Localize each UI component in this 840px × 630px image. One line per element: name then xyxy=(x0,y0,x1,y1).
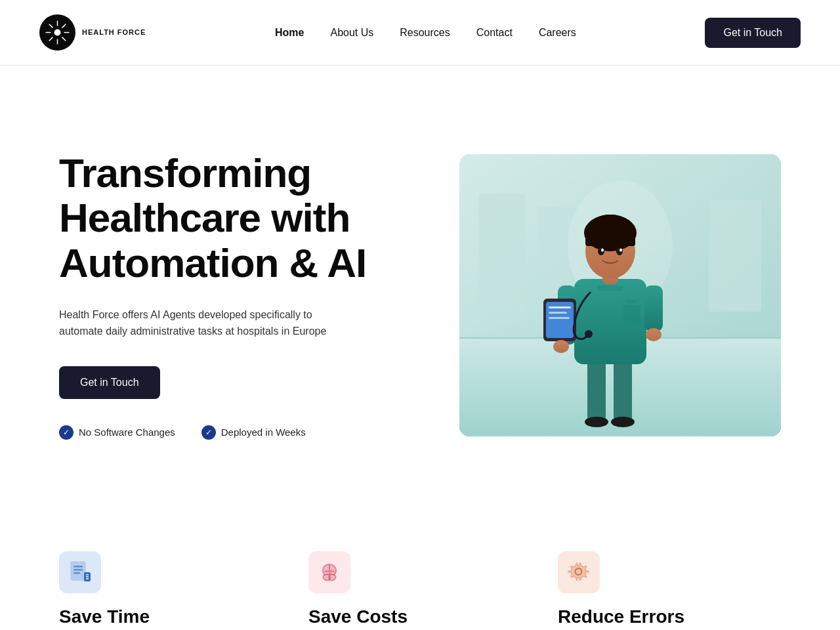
svg-rect-52 xyxy=(86,578,89,579)
svg-rect-51 xyxy=(86,576,89,578)
svg-point-38 xyxy=(598,247,604,255)
svg-rect-27 xyxy=(549,306,571,308)
hero-get-in-touch-button[interactable]: Get in Touch xyxy=(59,366,160,399)
svg-rect-28 xyxy=(549,312,567,314)
feature-card-reduce-errors: Reduce Errors Digitising processes reduc… xyxy=(558,551,781,630)
svg-rect-29 xyxy=(549,317,570,319)
check-icon-1: ✓ xyxy=(59,425,74,440)
nav-item-resources[interactable]: Resources xyxy=(400,27,450,38)
svg-rect-48 xyxy=(74,572,80,574)
svg-point-9 xyxy=(54,30,61,36)
svg-point-42 xyxy=(585,330,593,338)
brand-logo-icon xyxy=(39,14,75,51)
badge-label-1: No Software Changes xyxy=(79,427,175,438)
svg-rect-50 xyxy=(86,574,89,576)
hero-illustration xyxy=(459,154,781,436)
save-costs-icon-wrap xyxy=(308,551,350,593)
save-time-icon-wrap xyxy=(59,551,101,593)
reduce-errors-icon-wrap xyxy=(558,551,600,593)
svg-rect-16 xyxy=(709,200,761,312)
feature-card-save-costs: Save Costs Automation reduces operationa… xyxy=(308,551,532,630)
hero-subtitle: Health Force offers AI Agents developed … xyxy=(59,306,348,340)
navbar: Health Force Home About Us Resources Con… xyxy=(0,0,840,66)
nav-item-contact[interactable]: Contact xyxy=(476,27,513,38)
svg-rect-47 xyxy=(74,569,83,571)
svg-rect-46 xyxy=(74,566,83,568)
brain-icon xyxy=(318,560,341,584)
svg-rect-18 xyxy=(587,358,606,423)
feature-title-save-time: Save Time xyxy=(59,606,282,627)
svg-point-40 xyxy=(601,249,604,252)
svg-point-37 xyxy=(591,215,630,236)
svg-rect-23 xyxy=(597,285,623,291)
gear-icon xyxy=(567,560,591,584)
svg-point-39 xyxy=(616,247,623,255)
nav-item-careers[interactable]: Careers xyxy=(539,27,576,38)
hero-image xyxy=(459,154,781,436)
hero-title: Transforming Healthcare with Automation … xyxy=(59,151,400,285)
svg-point-31 xyxy=(646,328,662,341)
svg-rect-19 xyxy=(614,358,632,423)
svg-point-41 xyxy=(620,249,622,252)
badge-no-software-changes: ✓ No Software Changes xyxy=(59,425,175,440)
nav-item-home[interactable]: Home xyxy=(275,27,304,38)
svg-rect-30 xyxy=(644,285,663,331)
hero-image-placeholder xyxy=(459,154,781,436)
features-section: Save Time AI Agents free up hospital sta… xyxy=(0,512,840,630)
hero-content: Transforming Healthcare with Automation … xyxy=(59,151,400,440)
document-icon xyxy=(68,560,92,584)
svg-rect-45 xyxy=(71,562,85,580)
badge-label-2: Deployed in Weeks xyxy=(221,427,306,438)
svg-point-32 xyxy=(553,340,569,353)
svg-rect-14 xyxy=(479,194,525,312)
check-icon-2: ✓ xyxy=(201,425,216,440)
feature-card-save-time: Save Time AI Agents free up hospital sta… xyxy=(59,551,282,630)
nav-item-about[interactable]: About Us xyxy=(330,27,373,38)
feature-title-save-costs: Save Costs xyxy=(308,606,532,627)
svg-point-20 xyxy=(585,417,608,427)
feature-title-reduce-errors: Reduce Errors xyxy=(558,606,781,627)
svg-rect-43 xyxy=(623,305,640,325)
nav-get-in-touch-button[interactable]: Get in Touch xyxy=(705,18,801,48)
logo[interactable]: Health Force xyxy=(39,14,146,51)
badge-deployed-weeks: ✓ Deployed in Weeks xyxy=(201,425,306,440)
nav-links: Home About Us Resources Contact Careers xyxy=(275,27,576,39)
svg-rect-44 xyxy=(627,300,637,303)
svg-point-21 xyxy=(611,417,635,427)
hero-badges: ✓ No Software Changes ✓ Deployed in Week… xyxy=(59,425,400,440)
brand-name: Health Force xyxy=(82,28,146,37)
hero-section: Transforming Healthcare with Automation … xyxy=(0,66,840,512)
